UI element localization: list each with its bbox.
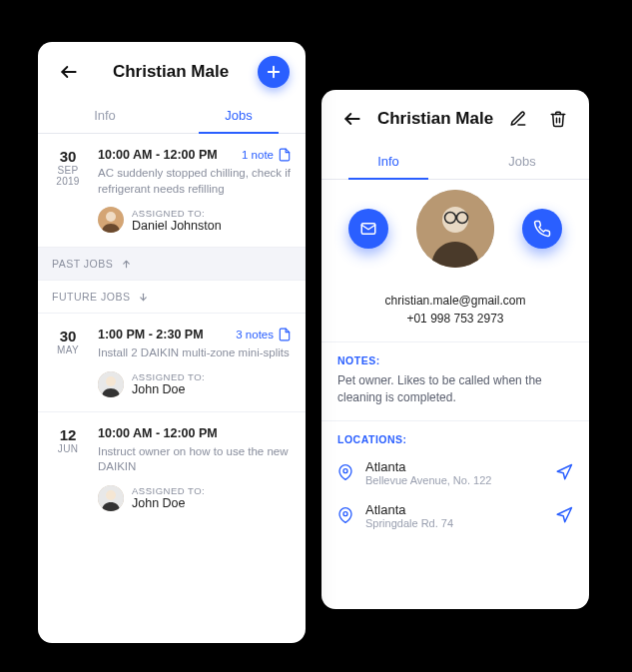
job-date: 12 JUN [46, 426, 90, 511]
page-title: Christian Male [377, 109, 493, 129]
notes-heading: NOTES: [337, 354, 573, 366]
phone-text: +01 998 753 2973 [385, 310, 526, 328]
job-time: 10:00 AM - 12:00 PM [98, 148, 218, 162]
note-icon [278, 148, 292, 162]
call-button[interactable] [522, 209, 562, 249]
tab-info[interactable]: Info [321, 144, 455, 179]
tabs: Info Jobs [38, 98, 306, 134]
past-jobs-label: PAST JOBS [52, 258, 113, 270]
job-time: 10:00 AM - 12:00 PM [98, 426, 218, 440]
svg-point-21 [106, 490, 116, 500]
add-button[interactable] [258, 56, 290, 88]
header: Christian Male [321, 90, 589, 144]
avatar [98, 371, 124, 397]
header: Christian Male [38, 42, 306, 98]
job-item[interactable]: 30 SEP 2019 10:00 AM - 12:00 PM 1 note A… [38, 134, 306, 248]
navigate-icon[interactable] [555, 463, 573, 481]
pin-icon [337, 464, 353, 480]
tab-jobs[interactable]: Jobs [172, 98, 306, 133]
job-day: 30 [46, 328, 90, 344]
page-title: Christian Male [113, 62, 229, 82]
assigned-label: ASSIGNED TO: [132, 371, 205, 382]
job-month: MAY [46, 344, 90, 355]
navigate-icon[interactable] [555, 506, 573, 524]
tab-jobs[interactable]: Jobs [455, 144, 589, 179]
back-button[interactable] [54, 57, 84, 87]
customer-info-card: Christian Male Info Jobs christi [321, 90, 589, 609]
avatar [98, 485, 124, 511]
location-address: Springdale Rd. 74 [365, 517, 543, 529]
svg-marker-10 [557, 508, 571, 522]
job-item[interactable]: 30 MAY 1:00 PM - 2:30 PM 3 notes Install… [38, 314, 306, 412]
delete-button[interactable] [543, 104, 573, 134]
job-time: 1:00 PM - 2:30 PM [98, 328, 204, 341]
svg-point-19 [106, 376, 116, 386]
past-jobs-divider[interactable]: PAST JOBS [38, 248, 306, 281]
assigned-label: ASSIGNED TO: [132, 485, 205, 496]
svg-point-7 [343, 469, 347, 473]
job-assignee: ASSIGNED TO: Daniel Johnston [98, 207, 292, 233]
location-address: Bellevue Avenue, No. 122 [365, 474, 543, 486]
svg-marker-8 [557, 465, 571, 479]
job-description: Instruct owner on how to use the new DAI… [98, 444, 292, 475]
job-day: 30 [46, 148, 90, 165]
location-city: Atlanta [365, 502, 543, 517]
job-assignee: ASSIGNED TO: John Doe [98, 371, 292, 397]
job-notes-count: 1 note [242, 149, 274, 161]
notes-section: NOTES: Pet owner. Likes to be called whe… [321, 342, 589, 421]
tabs: Info Jobs [321, 144, 589, 180]
job-year: 2019 [46, 176, 90, 187]
locations-heading: LOCATIONS: [337, 433, 573, 445]
job-month: SEP [46, 165, 90, 176]
job-date: 30 MAY [46, 328, 90, 397]
arrow-down-icon [138, 292, 149, 303]
job-notes-link[interactable]: 3 notes [236, 328, 292, 341]
location-item[interactable]: Atlanta Bellevue Avenue, No. 122 [337, 451, 573, 494]
job-date: 30 SEP 2019 [46, 148, 90, 233]
assignee-name: John Doe [132, 382, 205, 396]
job-month: JUN [46, 443, 90, 454]
assignee-name: John Doe [132, 496, 205, 510]
customer-jobs-card: Christian Male Info Jobs 30 SEP 2019 10:… [38, 42, 306, 643]
future-jobs-label: FUTURE JOBS [52, 291, 130, 303]
job-day: 12 [46, 426, 90, 443]
edit-button[interactable] [503, 104, 533, 134]
svg-point-9 [343, 512, 347, 516]
job-description: AC suddenly stopped chilling, check if r… [98, 166, 292, 197]
contact-details: christian.male@gmail.com +01 998 753 297… [385, 292, 526, 328]
contact-actions: christian.male@gmail.com +01 998 753 297… [321, 180, 589, 342]
tab-info[interactable]: Info [38, 98, 172, 133]
job-description: Install 2 DAIKIN multi-zone mini-splits [98, 345, 292, 361]
location-item[interactable]: Atlanta Springdale Rd. 74 [337, 494, 573, 537]
job-item[interactable]: 12 JUN 10:00 AM - 12:00 PM Instruct owne… [38, 412, 306, 525]
job-notes-count: 3 notes [236, 329, 274, 340]
avatar [416, 190, 494, 268]
arrow-up-icon [121, 259, 132, 270]
notes-body: Pet owner. Likes to be called when the c… [337, 372, 573, 406]
future-jobs-divider[interactable]: FUTURE JOBS [38, 281, 306, 314]
locations-section: LOCATIONS: Atlanta Bellevue Avenue, No. … [321, 421, 589, 551]
job-assignee: ASSIGNED TO: John Doe [98, 485, 292, 511]
pin-icon [337, 507, 353, 523]
location-city: Atlanta [365, 459, 543, 474]
back-button[interactable] [337, 104, 367, 134]
assignee-name: Daniel Johnston [132, 219, 222, 233]
note-icon [278, 328, 292, 341]
email-button[interactable] [348, 209, 388, 249]
email-text: christian.male@gmail.com [385, 292, 526, 310]
avatar [98, 207, 124, 233]
assigned-label: ASSIGNED TO: [132, 208, 222, 219]
svg-point-15 [106, 212, 116, 222]
job-notes-link[interactable]: 1 note [242, 148, 292, 162]
